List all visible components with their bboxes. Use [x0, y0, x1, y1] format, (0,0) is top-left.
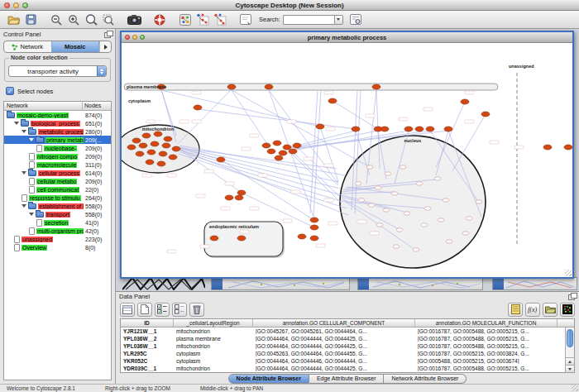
- tree-item-biological-process[interactable]: biological_process651(0): [4, 119, 111, 127]
- network-node[interactable]: [372, 84, 380, 89]
- new-attribute-icon[interactable]: [137, 303, 152, 317]
- network-edge[interactable]: [221, 160, 313, 220]
- nucleus-mini-node[interactable]: [466, 217, 472, 220]
- network-edge[interactable]: [287, 149, 342, 203]
- tree-item-unassigned[interactable]: unassigned223(0): [4, 235, 111, 243]
- network-node[interactable]: [169, 155, 177, 160]
- table-row[interactable]: YPL036W__1mitochondrion[GO:0044464, GO:0…: [121, 342, 574, 350]
- nucleus-mini-node[interactable]: [385, 172, 391, 175]
- nucleus-mini-node[interactable]: [355, 182, 361, 185]
- network-node[interactable]: [279, 151, 287, 155]
- network-node[interactable]: [237, 190, 246, 195]
- nucleus-mini-node[interactable]: [476, 200, 482, 203]
- expand-arrow-icon[interactable]: [14, 122, 19, 125]
- zoom-window-button[interactable]: [22, 2, 28, 8]
- close-window-button[interactable]: [4, 2, 10, 8]
- close-view-button[interactable]: [125, 35, 130, 40]
- network-node[interactable]: [151, 141, 159, 146]
- network-edge[interactable]: [179, 149, 340, 189]
- hide-selected-icon[interactable]: [195, 12, 210, 27]
- network-node[interactable]: [404, 127, 413, 131]
- network-node[interactable]: [162, 143, 170, 148]
- nucleus-mini-node[interactable]: [424, 207, 431, 210]
- background-window[interactable]: [357, 277, 483, 290]
- table-row[interactable]: YLR295Ccytoplasm[GO:0045263, GO:0044464,…: [121, 350, 574, 357]
- search-options-icon[interactable]: [348, 12, 363, 27]
- nucleus-mini-node[interactable]: [421, 223, 428, 227]
- zoom-fit-icon[interactable]: [84, 12, 98, 27]
- network-node[interactable]: [227, 84, 236, 89]
- network-node[interactable]: [426, 127, 434, 131]
- minimize-window-button[interactable]: [13, 2, 19, 8]
- expand-arrow-icon[interactable]: [22, 130, 26, 133]
- network-node[interactable]: [564, 145, 572, 150]
- expand-arrow-icon[interactable]: [29, 138, 34, 141]
- network-node[interactable]: [147, 150, 156, 155]
- import-icon[interactable]: [543, 303, 557, 317]
- formula-icon[interactable]: f(x): [525, 303, 540, 317]
- network-node[interactable]: [310, 218, 318, 222]
- tree-column-network[interactable]: Network: [4, 102, 83, 110]
- network-node[interactable]: [283, 145, 291, 150]
- tree-item-transport[interactable]: transport558(0): [4, 210, 111, 218]
- tree-item-primary-metabol[interactable]: primary metabol209(...: [4, 136, 111, 144]
- zoom-selected-region-icon[interactable]: [101, 12, 116, 27]
- tree-item-cellular-process[interactable]: cellular process614(0): [4, 169, 111, 177]
- background-window[interactable]: [492, 277, 577, 290]
- tab-edge-attribute-browser[interactable]: Edge Attribute Browser: [309, 374, 385, 384]
- nucleus-mini-node[interactable]: [413, 248, 419, 251]
- search-dropdown-arrow[interactable]: [334, 15, 343, 25]
- nucleus-mini-node[interactable]: [383, 208, 390, 212]
- nucleus-mini-node[interactable]: [416, 182, 423, 185]
- network-node[interactable]: [267, 149, 275, 154]
- snapshot-icon[interactable]: [127, 12, 141, 27]
- table-row[interactable]: YDR039C__1mitochondrion[GO:0044464, GO:0…: [121, 365, 574, 372]
- network-edge[interactable]: [179, 150, 348, 215]
- tree-item-secretion[interactable]: secretion41(0): [4, 218, 111, 227]
- nucleus-mini-node[interactable]: [391, 192, 398, 195]
- nucleus-mini-node[interactable]: [396, 228, 403, 232]
- tree-item-establishment-of-lo[interactable]: establishment of lo558(0): [4, 202, 111, 210]
- plasma-membrane-region[interactable]: [124, 84, 498, 90]
- network-node[interactable]: [415, 127, 423, 131]
- scroll-up-button[interactable]: [566, 357, 574, 365]
- float-panel-icon[interactable]: [104, 31, 112, 37]
- network-node[interactable]: [142, 133, 151, 138]
- network-node[interactable]: [265, 84, 273, 89]
- network-node[interactable]: [235, 195, 243, 200]
- background-window[interactable]: [211, 277, 350, 290]
- show-all-icon[interactable]: [213, 12, 227, 27]
- network-node[interactable]: [194, 105, 202, 110]
- attribute-table-icon[interactable]: [120, 303, 135, 317]
- network-node[interactable]: [237, 236, 246, 241]
- network-node[interactable]: [298, 234, 306, 239]
- network-node[interactable]: [316, 124, 324, 129]
- more-tabs-button[interactable]: [99, 41, 111, 52]
- network-node[interactable]: [293, 143, 301, 148]
- network-edge[interactable]: [269, 90, 338, 184]
- save-icon[interactable]: [23, 12, 38, 27]
- select-nodes-checkbox[interactable]: ✓: [6, 87, 14, 95]
- tree-item-metabolic-process[interactable]: metabolic process280(0): [4, 127, 111, 136]
- tab-network-attribute-browser[interactable]: Network Attribute Browser: [384, 374, 467, 384]
- nucleus-mini-node[interactable]: [375, 186, 381, 189]
- tree-item-mosaic-demo-yeast[interactable]: mosaic-demo-yeast874(0): [4, 111, 111, 119]
- network-node[interactable]: [139, 143, 147, 148]
- network-edge[interactable]: [232, 90, 370, 167]
- search-input[interactable]: [283, 15, 334, 25]
- nucleus-mini-node[interactable]: [400, 165, 406, 169]
- nucleus-mini-node[interactable]: [446, 240, 452, 243]
- window-resize-grip[interactable]: [565, 270, 572, 276]
- network-node[interactable]: [146, 160, 154, 165]
- tree-item-cell-communicat[interactable]: cell communicat22(0): [4, 185, 111, 194]
- nucleus-mini-node[interactable]: [462, 232, 469, 235]
- network-view-titlebar[interactable]: primary metabolic process: [122, 32, 572, 43]
- tab-network[interactable]: Network: [4, 41, 51, 52]
- open-icon[interactable]: [6, 12, 21, 27]
- network-node[interactable]: [275, 155, 283, 160]
- nucleus-mini-node[interactable]: [438, 218, 444, 222]
- nucleus-mini-node[interactable]: [366, 165, 373, 169]
- nucleus-mini-node[interactable]: [434, 177, 441, 180]
- zoom-in-icon[interactable]: [66, 12, 81, 27]
- network-node[interactable]: [157, 161, 165, 166]
